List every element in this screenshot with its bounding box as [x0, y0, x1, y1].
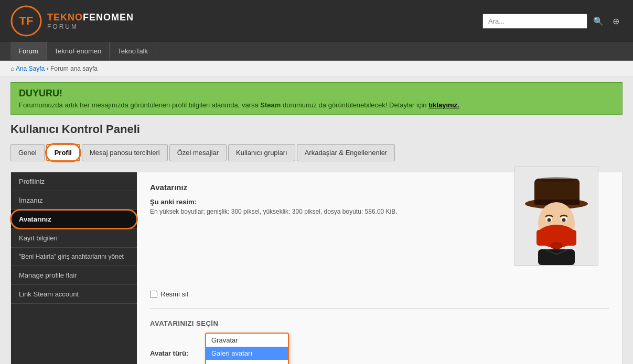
sidebar-item-imzaniz[interactable]: İmzanız [11, 191, 137, 210]
logo-area: TF TEKNOFENOMEN FORUM [10, 5, 134, 37]
tab-kullanici-gruplari[interactable]: Kullanıcı grupları [228, 144, 295, 161]
logo-icon: TF [10, 5, 42, 37]
svg-point-10 [547, 218, 551, 222]
avatar-container [514, 167, 598, 266]
sidebar-item-beni-hatirla[interactable]: "Beni Hatırla" giriş anahtarlarını yönet [11, 248, 137, 266]
breadcrumb: ⌂ Ana Sayfa ‹ Forum ana sayfa [0, 61, 633, 77]
breadcrumb-home[interactable]: Ana Sayfa [16, 65, 45, 72]
search-area: 🔍 ⊕ [482, 14, 623, 29]
search-input[interactable] [482, 14, 587, 29]
breadcrumb-current: Forum ana sayfa [50, 65, 98, 72]
dropdown-option-gravatar[interactable]: Gravatar [206, 334, 288, 347]
delete-row: Resmi sil [150, 290, 609, 298]
announcement-banner: DUYURU! Forumumuzda artık her mesajınızd… [10, 82, 623, 115]
tabs: Genel Profil Mesaj panosu tercihleri Öze… [10, 144, 623, 161]
sidebar: Profiliniz İmzanız Avatarınız Kayıt bilg… [11, 172, 137, 364]
tab-ozel-mesajlar[interactable]: Özel mesajlar [169, 144, 227, 161]
avatar-type-dropdown[interactable]: Gravatar Galeri avatarı Avatar yükle [205, 333, 289, 364]
sidebar-item-link-steam[interactable]: Link Steam account [11, 285, 137, 304]
delete-label: Resmi sil [160, 290, 188, 298]
announcement-text: Forumumuzda artık her mesajınızda görünt… [19, 101, 459, 109]
svg-point-12 [550, 242, 563, 249]
tab-arkadaslar[interactable]: Arkadaşlar & Engellenenler [297, 144, 395, 161]
announcement-link[interactable]: tıklayınız. [428, 101, 459, 109]
svg-point-11 [562, 218, 565, 222]
avatar-sidebar-highlight [10, 209, 138, 229]
header: TF TEKNOFENOMEN FORUM 🔍 ⊕ [0, 0, 633, 42]
nav-item-teknofenomen[interactable]: TeknoFenomen [47, 42, 110, 60]
divider [150, 308, 609, 309]
tab-profil[interactable]: Profil [46, 144, 80, 161]
logo-name: TEKNOFENOMEN [47, 12, 134, 23]
nav-item-teknotalk[interactable]: TeknoTalk [110, 42, 156, 60]
avatar-type-dropdown-wrapper: Gravatar Galeri avatarı Avatar yükle [205, 333, 289, 364]
avatar-type-row: Avatar türü: Gravatar Galeri avatarı Ava… [150, 333, 609, 364]
navbar: Forum TeknoFenomen TeknoTalk [0, 42, 633, 61]
home-icon: ⌂ [10, 65, 14, 72]
logo-subtitle: FORUM [47, 23, 134, 30]
nav-item-forum[interactable]: Forum [10, 42, 47, 60]
breadcrumb-separator: ‹ [47, 65, 50, 72]
page-content: Kullanıcı Kontrol Paneli Genel Profil Me… [10, 123, 623, 364]
svg-point-14 [538, 177, 575, 182]
avatar-type-label: Avatar türü: [150, 349, 197, 357]
search-button[interactable]: 🔍 [590, 14, 607, 28]
advanced-search-button[interactable]: ⊕ [609, 14, 623, 28]
dropdown-option-yukle[interactable]: Avatar yükle [206, 360, 288, 364]
svg-text:TF: TF [19, 14, 34, 27]
delete-checkbox[interactable] [150, 291, 157, 298]
page-title: Kullanıcı Kontrol Paneli [10, 123, 623, 136]
sidebar-item-avatariniz[interactable]: Avatarınız [11, 210, 137, 229]
tab-mesaj-panosu[interactable]: Mesaj panosu tercihleri [82, 144, 168, 161]
avatar-box [514, 167, 598, 266]
main-layout: Profiliniz İmzanız Avatarınız Kayıt bilg… [10, 172, 623, 364]
tab-genel[interactable]: Genel [10, 144, 45, 161]
select-avatar-title: AVATARINIZI SEÇİN [150, 319, 609, 327]
sidebar-item-kayit[interactable]: Kayıt bilgileri [11, 229, 137, 248]
dropdown-option-galeri[interactable]: Galeri avatarı [206, 347, 288, 360]
avatar-image [519, 168, 595, 265]
sidebar-item-profiliniz[interactable]: Profiliniz [11, 172, 137, 191]
sidebar-item-profile-flair[interactable]: Manage profile flair [11, 266, 137, 285]
main-panel: Avatarınız [137, 172, 622, 364]
announcement-title: DUYURU! [19, 88, 614, 99]
svg-rect-13 [538, 249, 575, 265]
logo-text: TEKNOFENOMEN FORUM [47, 12, 134, 30]
